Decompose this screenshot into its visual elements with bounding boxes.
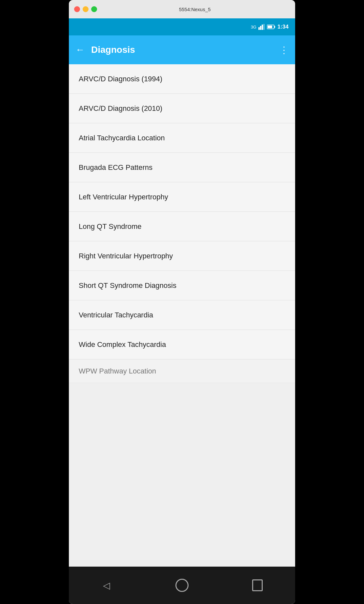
svg-rect-6 <box>268 26 272 28</box>
back-button[interactable]: ← <box>75 45 85 54</box>
list-item[interactable]: ARVC/D Diagnosis (2010) <box>69 94 295 123</box>
status-icons: 3G 1:34 <box>251 24 289 30</box>
list-item[interactable]: Short QT Syndrome Diagnosis <box>69 271 295 300</box>
signal-bars-icon <box>258 24 265 30</box>
status-bar: 3G 1:34 <box>69 18 295 35</box>
list-item-label: Short QT Syndrome Diagnosis <box>79 281 176 290</box>
diagnosis-list: ARVC/D Diagnosis (1994) ARVC/D Diagnosis… <box>69 64 295 567</box>
time-display: 1:34 <box>277 24 289 30</box>
list-item[interactable]: Long QT Syndrome <box>69 212 295 241</box>
mac-minimize-button[interactable] <box>83 6 89 12</box>
list-item[interactable]: Left Ventricular Hypertrophy <box>69 182 295 212</box>
app-title: Diagnosis <box>91 45 279 55</box>
mac-fullscreen-button[interactable] <box>91 6 97 12</box>
svg-rect-1 <box>260 26 261 30</box>
mac-title: 5554:Nexus_5 <box>100 7 290 12</box>
list-item-label: Left Ventricular Hypertrophy <box>79 193 168 201</box>
overflow-menu-button[interactable]: ⋮ <box>279 45 289 55</box>
list-item[interactable]: Ventricular Tachycardia <box>69 300 295 330</box>
nav-recent-button[interactable] <box>249 577 266 594</box>
list-item[interactable]: ARVC/D Diagnosis (1994) <box>69 64 295 94</box>
list-item-label: Ventricular Tachycardia <box>79 311 153 319</box>
svg-rect-0 <box>258 27 260 30</box>
list-item-label: Long QT Syndrome <box>79 222 142 231</box>
navigation-bar: ◁ <box>69 567 295 604</box>
list-item[interactable]: Right Ventricular Hypertrophy <box>69 241 295 271</box>
home-icon <box>175 579 189 592</box>
list-item[interactable]: Atrial Tachycardia Location <box>69 123 295 153</box>
list-item-label: Right Ventricular Hypertrophy <box>79 252 173 260</box>
svg-rect-3 <box>263 24 265 30</box>
device-frame: 5554:Nexus_5 3G 1:34 <box>69 0 295 604</box>
list-item-label: ARVC/D Diagnosis (1994) <box>79 75 162 83</box>
svg-rect-5 <box>274 26 275 28</box>
list-item-label: Brugada ECG Patterns <box>79 163 152 172</box>
network-icon: 3G <box>251 25 256 30</box>
recent-apps-icon <box>252 579 263 591</box>
svg-rect-2 <box>262 25 263 30</box>
nav-back-button[interactable]: ◁ <box>98 577 115 594</box>
list-item-label: ARVC/D Diagnosis (2010) <box>79 104 162 113</box>
list-item[interactable]: Wide Complex Tachycardia <box>69 330 295 359</box>
mac-close-button[interactable] <box>74 6 80 12</box>
list-item-label: Wide Complex Tachycardia <box>79 340 166 349</box>
phone-screen: 3G 1:34 ← Diagnosis ⋮ <box>69 18 295 604</box>
mac-titlebar: 5554:Nexus_5 <box>69 0 295 18</box>
app-bar: ← Diagnosis ⋮ <box>69 35 295 64</box>
list-item-label: Atrial Tachycardia Location <box>79 134 165 142</box>
list-item-label: WPW Pathway Location <box>79 367 156 375</box>
nav-home-button[interactable] <box>173 577 191 594</box>
battery-icon <box>267 24 275 30</box>
list-item[interactable]: WPW Pathway Location <box>69 359 295 383</box>
list-item[interactable]: Brugada ECG Patterns <box>69 153 295 182</box>
